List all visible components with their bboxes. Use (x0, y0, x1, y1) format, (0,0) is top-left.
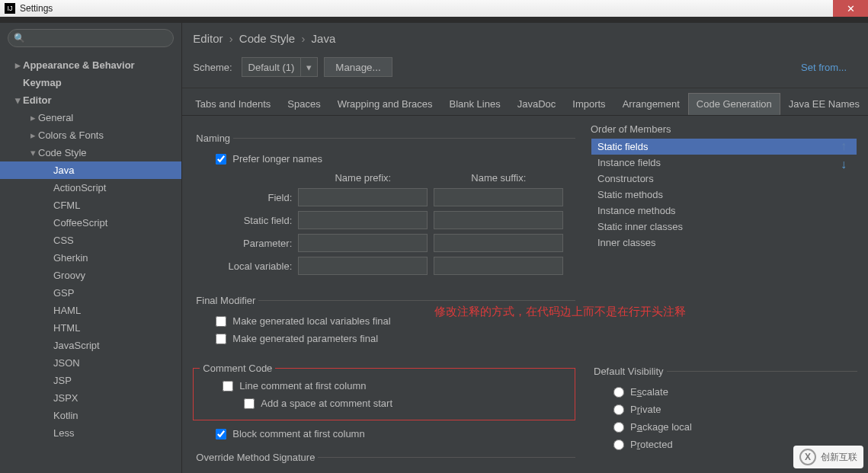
visibility-label: Escalate (630, 386, 668, 398)
suffix-input[interactable] (434, 234, 563, 252)
members-list: Static fieldsInstance fieldsConstructors… (591, 138, 857, 251)
naming-legend: Naming (193, 133, 233, 144)
visibility-label: Private (630, 404, 661, 415)
override-legend: Override Method Signature (193, 452, 318, 463)
tabs: Tabs and IndentsSpacesWrapping and Brace… (182, 88, 868, 116)
member-item[interactable]: Static inner classes (591, 219, 857, 235)
tab-java-ee-names[interactable]: Java EE Names (780, 93, 868, 115)
member-item[interactable]: Inner classes (591, 235, 857, 251)
field-label: Local variable: (193, 260, 292, 272)
visibility-label: Protected (630, 439, 673, 450)
field-label: Field: (193, 192, 292, 203)
tab-wrapping-and-braces[interactable]: Wrapping and Braces (329, 93, 441, 115)
chevron-down-icon[interactable]: ▾ (300, 58, 317, 76)
prefix-input[interactable] (298, 257, 428, 275)
visibility-legend: Default Visibility (591, 366, 667, 377)
tree-item-jsp[interactable]: JSP (0, 372, 181, 389)
suffix-header: Name suffix: (434, 172, 563, 184)
annotation-text: 修改注释的方式，在代码边上而不是在行开头注释 (434, 305, 686, 319)
tree-item-general[interactable]: ▸General (0, 109, 181, 126)
settings-tree: ▸Appearance & BehaviorKeymap▾Editor▸Gene… (0, 53, 181, 473)
app-logo-icon: IJ (5, 3, 15, 14)
naming-group: Naming Prefer longer names Name prefix: … (193, 133, 575, 286)
member-item[interactable]: Static methods (591, 187, 857, 203)
tab-code-generation[interactable]: Code Generation (688, 93, 780, 115)
tree-item-gherkin[interactable]: Gherkin (0, 249, 181, 267)
prefer-longer-label: Prefer longer names (232, 153, 322, 165)
sidebar: 🔍 ▸Appearance & BehaviorKeymap▾Editor▸Ge… (0, 23, 182, 473)
member-item[interactable]: Instance methods (591, 203, 857, 219)
search-input[interactable] (8, 29, 174, 47)
tree-item-jspx[interactable]: JSPX (0, 389, 181, 407)
final-legend: Final Modifier (193, 295, 258, 306)
visibility-label: Package local (630, 421, 692, 433)
tree-item-haml[interactable]: HAML (0, 302, 181, 319)
title-bar: IJ Settings ✕ (0, 0, 868, 17)
manage-button[interactable]: Manage... (324, 57, 392, 77)
tab-imports[interactable]: Imports (564, 93, 613, 115)
tree-item-editor[interactable]: ▾Editor (0, 91, 181, 109)
tree-item-java[interactable]: Java (0, 161, 181, 179)
tree-item-json[interactable]: JSON (0, 354, 181, 372)
final-group: Final Modifier Make generated local vari… (193, 295, 575, 353)
prefix-input[interactable] (298, 211, 428, 229)
comment-legend: Comment Code (200, 363, 275, 374)
tree-item-javascript[interactable]: JavaScript (0, 337, 181, 354)
prefix-input[interactable] (298, 234, 428, 252)
tab-spaces[interactable]: Spaces (279, 93, 328, 115)
prefix-input[interactable] (298, 188, 428, 206)
tab-arrangement[interactable]: Arrangement (614, 93, 688, 115)
member-item[interactable]: Instance fields (591, 155, 857, 171)
tree-item-gsp[interactable]: GSP (0, 284, 181, 302)
suffix-input[interactable] (434, 211, 563, 229)
tree-item-appearance-behavior[interactable]: ▸Appearance & Behavior (0, 56, 181, 74)
tree-item-cfml[interactable]: CFML (0, 197, 181, 214)
search-icon: 🔍 (14, 33, 25, 43)
member-item[interactable]: Constructors (591, 171, 857, 187)
tab-blank-lines[interactable]: Blank Lines (440, 93, 508, 115)
visibility-radio[interactable] (613, 387, 624, 398)
tree-arrow-icon: ▾ (30, 147, 38, 158)
final-param-checkbox[interactable] (216, 334, 226, 344)
tree-item-css[interactable]: CSS (0, 232, 181, 249)
suffix-input[interactable] (434, 257, 563, 275)
block-comment-checkbox[interactable] (216, 429, 226, 439)
suffix-input[interactable] (434, 188, 563, 206)
tree-item-html[interactable]: HTML (0, 319, 181, 337)
scheme-select[interactable]: Default (1) ▾ (242, 57, 319, 77)
tree-item-actionscript[interactable]: ActionScript (0, 179, 181, 197)
watermark-icon: X (799, 449, 816, 465)
breadcrumb-part[interactable]: Code Style (239, 32, 295, 45)
main-panel: Editor › Code Style › Java Scheme: Defau… (182, 23, 868, 473)
tree-item-keymap[interactable]: Keymap (0, 74, 181, 91)
breadcrumb: Editor › Code Style › Java (182, 23, 868, 53)
tree-arrow-icon: ▸ (30, 112, 38, 123)
space-comment-checkbox[interactable] (244, 398, 255, 409)
field-label: Static field: (193, 215, 292, 226)
scheme-row: Scheme: Default (1) ▾ Manage... Set from… (182, 53, 868, 88)
breadcrumb-part[interactable]: Editor (193, 32, 223, 45)
taskbar-stub (0, 17, 868, 23)
move-down-icon[interactable]: ↓ (841, 158, 847, 171)
tree-item-colors-fonts[interactable]: ▸Colors & Fonts (0, 126, 181, 144)
tree-item-coffeescript[interactable]: CoffeeScript (0, 214, 181, 232)
tree-item-groovy[interactable]: Groovy (0, 267, 181, 284)
final-local-checkbox[interactable] (216, 316, 226, 327)
line-comment-checkbox[interactable] (223, 381, 233, 392)
set-from-link[interactable]: Set from... (801, 62, 857, 73)
visibility-radio[interactable] (613, 439, 624, 450)
watermark: X 创新互联 (793, 446, 863, 468)
field-label: Parameter: (193, 238, 292, 249)
member-item[interactable]: Static fields (591, 139, 857, 155)
close-button[interactable]: ✕ (833, 0, 868, 17)
prefer-longer-checkbox[interactable] (216, 154, 226, 165)
scheme-label: Scheme: (193, 62, 232, 73)
visibility-radio[interactable] (613, 422, 624, 433)
tab-tabs-and-indents[interactable]: Tabs and Indents (187, 93, 279, 115)
tree-item-kotlin[interactable]: Kotlin (0, 407, 181, 424)
move-up-icon[interactable]: ↑ (841, 139, 847, 153)
tree-item-less[interactable]: Less (0, 424, 181, 442)
tab-javadoc[interactable]: JavaDoc (509, 93, 565, 115)
visibility-radio[interactable] (613, 404, 624, 415)
tree-item-code-style[interactable]: ▾Code Style (0, 144, 181, 161)
